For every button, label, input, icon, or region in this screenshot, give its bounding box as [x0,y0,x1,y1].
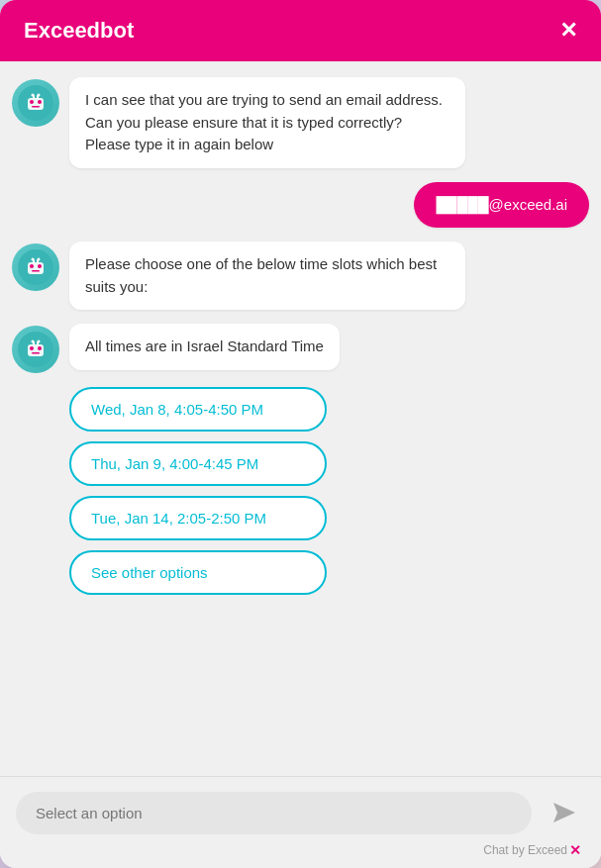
message-row-bot2: Please choose one of the below time slot… [12,241,589,310]
powered-by-text: Chat by Exceed [483,843,567,857]
options-area: Wed, Jan 8, 4:05-4:50 PM Thu, Jan 9, 4:0… [12,387,589,595]
svg-rect-19 [28,344,44,356]
chat-title: Exceedbot [24,18,134,44]
bot-avatar-2 [12,243,59,291]
svg-rect-13 [32,270,40,272]
svg-point-7 [32,94,35,97]
user-message-1: █████@exceed.ai [414,182,589,229]
svg-rect-1 [28,98,44,110]
option-button-3[interactable]: Tue, Jan 14, 2:05-2:50 PM [69,496,327,540]
svg-point-20 [30,346,34,350]
svg-point-21 [38,346,42,350]
chat-messages-container: I can see that you are trying to send an… [0,61,601,776]
message-row-bot3: All times are in Israel Standard Time [12,324,589,373]
svg-point-8 [38,94,41,97]
svg-point-3 [38,100,42,104]
send-icon [548,797,579,828]
svg-rect-10 [28,262,44,274]
svg-point-12 [38,264,42,268]
option-button-1[interactable]: Wed, Jan 8, 4:05-4:50 PM [69,387,327,432]
bot-avatar-3 [12,326,59,373]
svg-point-17 [38,258,41,261]
svg-point-2 [30,100,34,104]
chat-header: Exceedbot ✕ [0,0,601,61]
close-button[interactable]: ✕ [559,20,577,42]
bot-message-1: I can see that you are trying to send an… [69,77,465,168]
svg-point-16 [32,258,35,261]
svg-marker-27 [553,803,575,822]
message-row-user1: █████@exceed.ai [12,182,589,229]
bot-avatar-1 [12,79,59,127]
message-input[interactable] [16,792,532,834]
bot-message-2: Please choose one of the below time slot… [69,241,465,310]
option-button-2[interactable]: Thu, Jan 9, 4:00-4:45 PM [69,441,327,486]
exceed-logo-x: ✕ [569,842,581,858]
option-button-see-other[interactable]: See other options [69,550,327,595]
input-row [16,791,585,834]
message-row-bot1: I can see that you are trying to send an… [12,77,589,168]
svg-point-11 [30,264,34,268]
send-button[interactable] [542,791,585,834]
chat-footer: Chat by Exceed ✕ [0,776,601,868]
svg-point-26 [38,340,41,343]
svg-rect-4 [32,106,40,108]
powered-by: Chat by Exceed ✕ [16,842,585,858]
chat-widget: Exceedbot ✕ I can see that yo [0,0,601,868]
bot-message-3: All times are in Israel Standard Time [69,324,340,370]
svg-point-25 [32,340,35,343]
svg-rect-22 [32,352,40,354]
